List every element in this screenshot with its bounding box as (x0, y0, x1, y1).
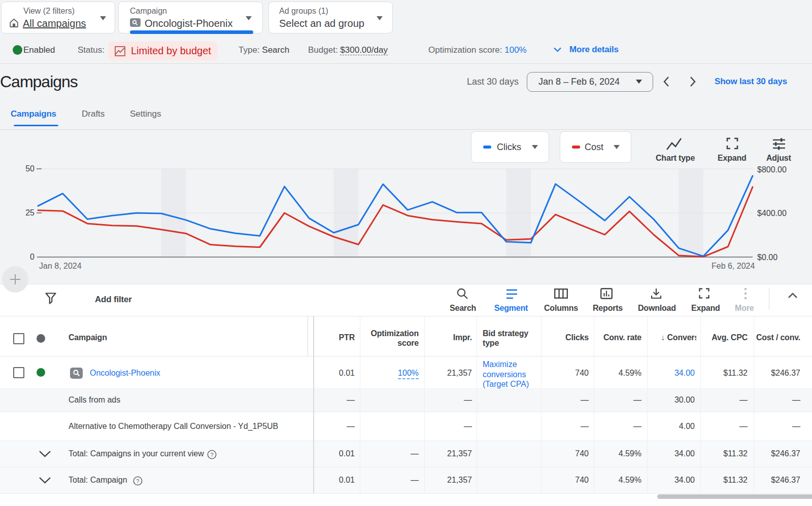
svg-text:?: ? (136, 478, 139, 484)
svg-text:?: ? (210, 452, 213, 458)
